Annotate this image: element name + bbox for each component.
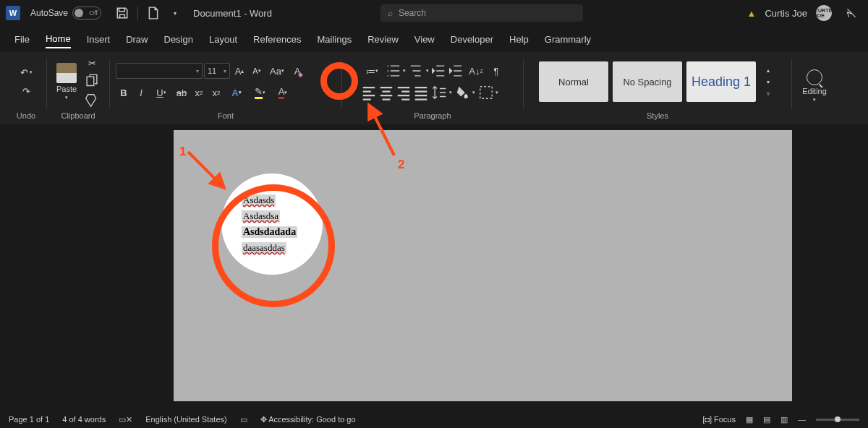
text-line-2[interactable]: Asdasdsa [242,210,280,222]
style-normal[interactable]: Normal [539,61,608,102]
tab-mailings[interactable]: Mailings [318,31,352,48]
underline-button[interactable]: U ▾ [150,85,172,100]
zoom-slider[interactable] [816,419,859,421]
tab-design[interactable]: Design [164,31,193,48]
strikethrough-button[interactable]: ab [174,85,190,100]
styles-scroll-up-icon[interactable]: ▴ [760,64,776,76]
undo-button[interactable]: ↶ ▾ [15,64,37,80]
autosave-label: AutoSave [30,8,68,18]
paste-button[interactable]: Paste ▾ [56,63,77,100]
svg-rect-0 [480,87,493,99]
warning-icon[interactable]: ▲ [747,8,757,19]
editing-button[interactable]: Editing ▾ [802,69,827,103]
copy-icon[interactable] [84,74,100,90]
tab-home[interactable]: Home [46,30,71,48]
status-page[interactable]: Page 1 of 1 [9,415,49,424]
sort-icon[interactable]: A↓Z [465,63,487,79]
search-icon: ⌕ [388,8,393,18]
status-language[interactable]: English (United States) [145,415,227,424]
ribbon: ↶ ▾ ↷ Undo Paste ▾ ✂ Clipboard ▾ 11▾ [0,52,868,124]
line-spacing-icon[interactable]: ▾ [430,85,452,100]
zoom-out-icon[interactable]: — [798,415,806,424]
text-line-1[interactable]: Asdasds [242,194,276,206]
font-name-select[interactable]: ▾ [116,63,203,79]
text-line-4[interactable]: daasasddas [242,242,286,254]
group-styles-label: Styles [529,108,786,124]
focus-mode[interactable]: [◘] Focus [702,415,736,424]
italic-button[interactable]: I [133,85,149,100]
styles-expand-icon[interactable]: ▿ [760,87,776,99]
text-line-3[interactable]: Asdsdadada [242,226,297,238]
format-painter-icon[interactable] [84,93,100,108]
print-layout-icon[interactable]: ▦ [746,415,753,424]
font-size-select[interactable]: 11▾ [204,63,230,79]
group-clipboard-label: Clipboard [53,108,103,124]
tab-file[interactable]: File [14,31,30,48]
decrease-indent-icon[interactable] [430,63,446,79]
tab-review[interactable]: Review [367,31,399,48]
cut-icon[interactable]: ✂ [84,55,100,71]
justify-icon[interactable] [413,85,429,100]
tab-grammarly[interactable]: Grammarly [545,31,591,48]
spellcheck-icon[interactable]: ▭✕ [119,415,132,424]
superscript-button[interactable]: x2 [208,85,224,100]
numbering-icon[interactable]: ▾ [384,63,406,79]
username: Curtis Joe [765,8,807,19]
clear-formatting-icon[interactable]: A◆ [289,63,305,79]
shading-icon[interactable]: ▾ [454,85,475,100]
style-heading-1[interactable]: Heading 1 [686,61,756,102]
status-bar: Page 1 of 1 4 of 4 words ▭✕ English (Uni… [0,411,868,428]
find-icon [807,69,822,85]
bullets-icon[interactable]: ≔ ▾ [361,63,383,79]
tab-layout[interactable]: Layout [209,31,237,48]
align-right-icon[interactable] [396,85,412,100]
qat-dropdown-icon[interactable]: ▾ [169,7,182,20]
new-doc-icon[interactable] [147,7,160,20]
word-logo: W [6,6,20,20]
web-layout-icon[interactable]: ▥ [780,415,788,424]
ribbon-display-icon[interactable] [845,7,858,20]
style-no-spacing[interactable]: No Spacing [613,61,682,102]
document-area: Asdasds Asdasdsa Asdsdadada daasasddas [0,124,868,414]
show-marks-icon[interactable]: ¶ [488,63,504,79]
search-input[interactable]: ⌕ Search [380,4,583,22]
align-center-icon[interactable] [378,85,394,100]
group-paragraph-label: Paragraph [348,108,517,124]
status-accessibility[interactable]: ✥ Accessibility: Good to go [260,415,356,424]
search-placeholder: Search [399,8,426,18]
avatar[interactable]: CURTIS JOE [816,5,832,21]
multilevel-list-icon[interactable]: ▾ [407,63,429,79]
group-font-label: Font [116,108,336,124]
tab-insert[interactable]: Insert [87,31,111,48]
paste-icon [56,63,77,83]
read-mode-icon[interactable]: ▤ [763,415,770,424]
tab-view[interactable]: View [414,31,435,48]
annotation-number-1: 1 [179,145,186,159]
annotation-number-2: 2 [398,158,404,172]
tab-references[interactable]: References [253,31,301,48]
tab-draw[interactable]: Draw [126,31,148,48]
change-case-icon[interactable]: Aa ▾ [266,63,288,79]
tab-help[interactable]: Help [509,31,529,48]
group-undo-label: Undo [12,108,41,124]
redo-button[interactable]: ↷ [18,83,34,99]
macro-icon[interactable]: ▭ [240,415,247,424]
tab-developer[interactable]: Developer [451,31,493,48]
bold-button[interactable]: B [116,85,132,100]
shrink-font-icon[interactable]: A▾ [249,63,265,79]
grow-font-icon[interactable]: A▴ [231,63,247,79]
align-left-icon[interactable] [361,85,377,100]
increase-indent-icon[interactable] [448,63,464,79]
borders-icon[interactable]: ▾ [477,85,498,100]
autosave-toggle[interactable]: AutoSave Off [30,7,101,20]
font-color-icon[interactable]: A ▾ [272,85,294,100]
toggle-switch[interactable]: Off [72,7,101,20]
document-page[interactable]: Asdasds Asdasdsa Asdsdadada daasasddas [174,130,792,401]
ribbon-tabs: File Home Insert Draw Design Layout Refe… [0,26,868,52]
save-icon[interactable] [116,7,129,20]
highlight-color-icon[interactable]: ✎ ▾ [249,85,271,100]
text-effects-icon[interactable]: A ▾ [226,85,247,100]
status-words[interactable]: 4 of 4 words [62,415,106,424]
subscript-button[interactable]: x2 [191,85,207,100]
styles-scroll-down-icon[interactable]: ▾ [760,76,776,87]
